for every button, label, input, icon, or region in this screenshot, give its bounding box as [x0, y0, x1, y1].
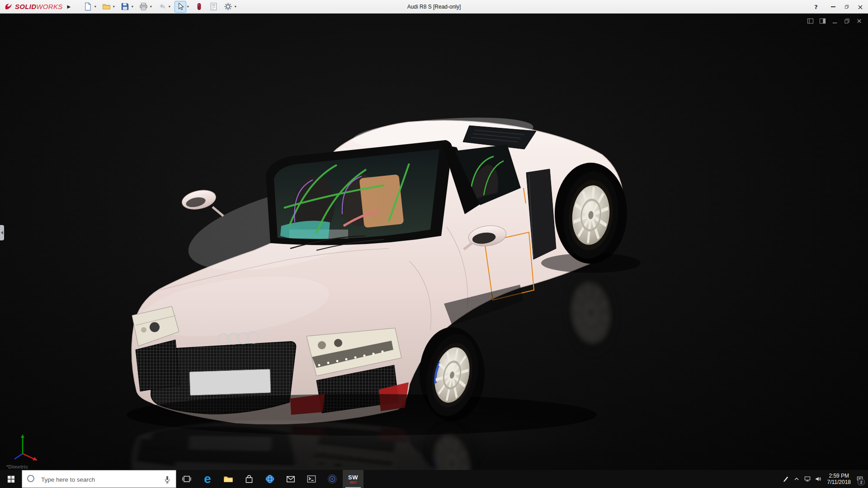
windows-logo-icon [7, 475, 15, 483]
brand-solid: SOLID [15, 3, 36, 10]
save-button[interactable] [119, 1, 130, 12]
quick-toolbar: ▾ ▾ ▾ ▾ ▾ [82, 1, 241, 12]
minimize-button[interactable] [826, 0, 840, 14]
page-icon [84, 2, 92, 11]
network-button[interactable] [802, 470, 813, 488]
system-tray: 2:59 PM 7/11/2018 2 [780, 470, 868, 488]
console-button[interactable] [301, 470, 322, 488]
floppy-icon [121, 2, 129, 11]
options-button[interactable] [222, 1, 233, 12]
solidworks-logo: SOLIDWORKS [4, 2, 63, 11]
notification-badge: 2 [858, 479, 865, 485]
clock-time: 2:59 PM [827, 473, 851, 479]
orientation-triad [5, 430, 40, 464]
file-properties-button[interactable] [208, 1, 219, 12]
media-app-button[interactable] [322, 470, 343, 488]
featuremanager-pane-icon[interactable] [807, 17, 814, 24]
graphics-area[interactable]: *Dimetric [0, 14, 868, 470]
task-view-icon [182, 474, 192, 484]
document-window-controls [807, 17, 863, 24]
window-title: Audi R8 S [Read-only] [407, 0, 461, 14]
cortana-icon [27, 475, 34, 482]
doc-minimize-icon[interactable] [831, 17, 838, 24]
show-hidden-icons-button[interactable] [791, 470, 802, 488]
volume-button[interactable] [813, 470, 824, 488]
new-document-dropdown[interactable]: ▾ [93, 5, 97, 9]
task-view-button[interactable] [176, 470, 197, 488]
restore-icon [844, 4, 849, 9]
solidworks-app-icon: SW 2017 [348, 474, 358, 484]
open-button[interactable] [101, 1, 112, 12]
doc-restore-icon[interactable] [843, 17, 850, 24]
open-dropdown[interactable]: ▾ [112, 5, 116, 9]
print-dropdown[interactable]: ▾ [149, 5, 153, 9]
printer-icon [139, 2, 148, 11]
start-button[interactable] [0, 470, 22, 488]
red-capsule-icon [195, 2, 203, 11]
help-button[interactable]: ? [809, 0, 823, 14]
media-disc-icon [327, 474, 337, 484]
gear-icon [224, 2, 232, 11]
undo-icon [158, 2, 166, 11]
license-plate [189, 369, 271, 395]
cursor-icon [176, 2, 185, 11]
file-explorer-button[interactable] [218, 470, 239, 488]
print-button[interactable] [138, 1, 149, 12]
mail-icon [286, 474, 296, 484]
clock-date: 7/11/2018 [827, 479, 851, 485]
network-icon [804, 475, 811, 483]
edge-button[interactable]: e [197, 470, 218, 488]
globe-icon [265, 474, 275, 484]
featuremanager-collapsed-tab[interactable] [0, 225, 4, 240]
ds-swirl-icon [4, 2, 14, 11]
edge-icon: e [204, 473, 211, 485]
pen-icon [782, 475, 789, 483]
window-controls: ? × [809, 0, 867, 14]
select-button[interactable] [175, 1, 186, 12]
undo-button[interactable] [156, 1, 167, 12]
close-button[interactable]: × [854, 0, 867, 14]
restore-button[interactable] [840, 0, 854, 14]
store-button[interactable] [239, 470, 259, 488]
console-icon [307, 474, 316, 484]
file-explorer-icon [223, 474, 233, 484]
appearance-button[interactable] [193, 1, 204, 12]
volume-icon [815, 475, 822, 483]
microphone-icon[interactable] [163, 475, 172, 484]
save-dropdown[interactable]: ▾ [130, 5, 134, 9]
select-dropdown[interactable]: ▾ [186, 5, 190, 9]
minimize-icon [831, 6, 835, 7]
mail-button[interactable] [280, 470, 301, 488]
3d-model-canvas[interactable] [0, 14, 868, 470]
brand-works: WORKS [36, 3, 62, 10]
windows-taskbar: e SW 2017 [0, 470, 868, 488]
windows-ink-button[interactable] [780, 470, 791, 488]
solidworks-taskbar-button[interactable]: SW 2017 [343, 470, 363, 488]
chevron-up-icon [793, 475, 800, 483]
taskbar-clock[interactable]: 2:59 PM 7/11/2018 [827, 473, 851, 485]
folder-icon [102, 2, 111, 11]
titlebar: SOLIDWORKS ▶ ▾ ▾ ▾ ▾ [0, 0, 868, 14]
menu-flyout-arrow[interactable]: ▶ [67, 4, 71, 9]
taskbar-search[interactable] [22, 470, 176, 488]
new-document-button[interactable] [82, 1, 93, 12]
rear-wheel-reflection [559, 266, 623, 359]
undo-dropdown[interactable]: ▾ [167, 5, 171, 9]
z-axis [14, 454, 23, 459]
search-input[interactable] [40, 470, 158, 488]
globe-app-button[interactable] [259, 470, 280, 488]
options-dropdown[interactable]: ▾ [233, 5, 237, 9]
display-pane-icon[interactable] [819, 17, 826, 24]
left-mirror [180, 188, 218, 212]
view-orientation-label: *Dimetric [6, 464, 28, 469]
sheet-icon [209, 2, 218, 11]
store-icon [244, 474, 254, 484]
solidworks-window: SOLIDWORKS ▶ ▾ ▾ ▾ ▾ [0, 0, 868, 488]
action-center-button[interactable]: 2 [854, 470, 865, 488]
doc-close-icon[interactable] [855, 17, 863, 24]
